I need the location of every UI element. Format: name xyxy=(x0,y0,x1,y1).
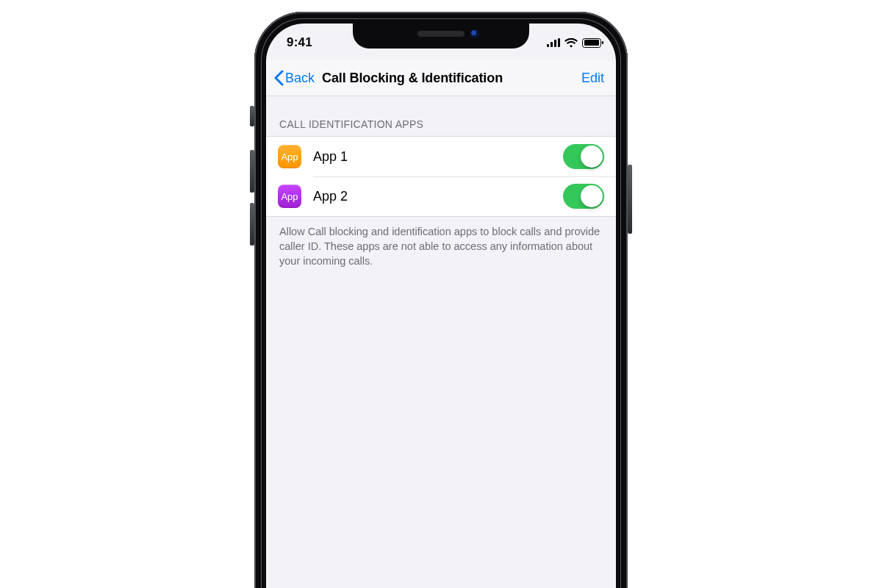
status-time: 9:41 xyxy=(287,35,353,50)
app-toggle[interactable] xyxy=(563,184,604,209)
app-icon: App xyxy=(278,145,301,168)
mute-switch[interactable] xyxy=(250,106,254,126)
front-camera xyxy=(470,29,479,38)
battery-icon xyxy=(582,38,601,48)
nav-bar: Back Call Blocking & Identification Edit xyxy=(266,60,616,96)
section-header: CALL IDENTIFICATION APPS xyxy=(266,96,616,136)
settings-content: CALL IDENTIFICATION APPS App App 1 App A… xyxy=(266,96,616,268)
app-icon: App xyxy=(278,184,301,208)
toggle-knob xyxy=(581,185,603,207)
phone-frame: 9:41 xyxy=(254,12,628,588)
volume-down-button[interactable] xyxy=(250,203,254,245)
wifi-icon xyxy=(564,38,578,48)
app-name-label: App 2 xyxy=(313,189,563,204)
toggle-knob xyxy=(581,146,603,168)
status-icons xyxy=(547,38,601,48)
side-power-button[interactable] xyxy=(628,165,632,234)
section-footer: Allow Call blocking and identification a… xyxy=(266,217,616,268)
cellular-signal-icon xyxy=(547,38,560,47)
back-label: Back xyxy=(285,71,315,86)
notch xyxy=(353,24,529,49)
app-row: App App 1 xyxy=(266,137,616,176)
app-list: App App 1 App App 2 xyxy=(266,136,616,217)
volume-up-button[interactable] xyxy=(250,150,254,193)
app-name-label: App 1 xyxy=(313,149,563,165)
nav-title: Call Blocking & Identification xyxy=(322,71,503,86)
phone-screen: 9:41 xyxy=(266,24,616,588)
back-button[interactable]: Back xyxy=(270,67,318,89)
app-toggle[interactable] xyxy=(563,144,604,169)
edit-button[interactable]: Edit xyxy=(580,68,606,89)
speaker-grille xyxy=(417,31,465,37)
chevron-left-icon xyxy=(273,70,284,86)
app-row: App App 2 xyxy=(266,176,616,216)
